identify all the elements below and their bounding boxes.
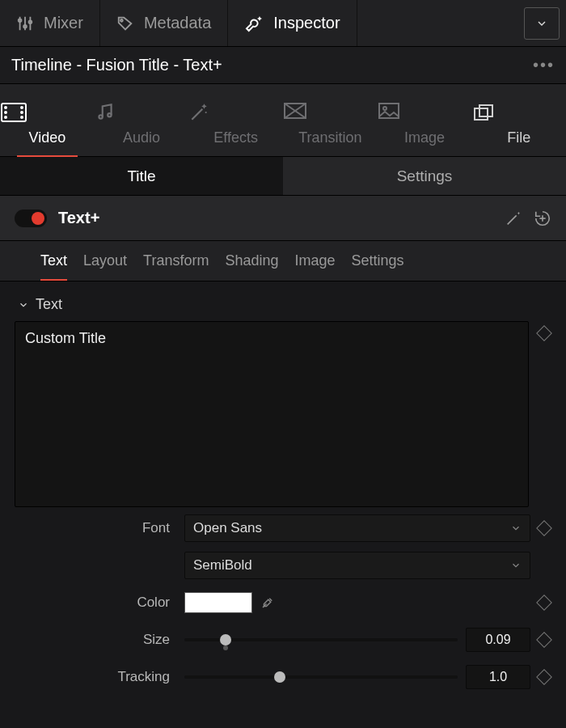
svg-rect-23 bbox=[479, 105, 492, 116]
media-tab-video[interactable]: Video bbox=[0, 102, 95, 156]
topbar-dropdown-button[interactable] bbox=[524, 7, 560, 40]
prop-tab-shading[interactable]: Shading bbox=[225, 252, 278, 281]
media-tab-audio-label: Audio bbox=[123, 129, 160, 146]
eyedropper-icon[interactable] bbox=[260, 595, 275, 610]
svg-point-9 bbox=[5, 112, 6, 113]
keyframe-text[interactable] bbox=[536, 325, 552, 341]
magic-wand-icon[interactable] bbox=[505, 210, 522, 227]
media-tab-file[interactable]: File bbox=[471, 102, 566, 156]
more-options-button[interactable]: ••• bbox=[533, 56, 555, 74]
media-tab-effects[interactable]: Effects bbox=[188, 102, 283, 156]
chevron-down-icon bbox=[18, 299, 29, 311]
subtab-settings[interactable]: Settings bbox=[283, 157, 566, 195]
effect-name: Text+ bbox=[58, 209, 99, 227]
tracking-value-input[interactable] bbox=[466, 665, 530, 689]
prop-tab-image[interactable]: Image bbox=[294, 252, 335, 281]
keyframe-color[interactable] bbox=[536, 595, 552, 611]
mixer-tab[interactable]: Mixer bbox=[0, 0, 100, 46]
inspector-tab[interactable]: Inspector bbox=[228, 0, 357, 46]
wrench-sparkle-icon bbox=[244, 14, 264, 33]
svg-point-16 bbox=[205, 112, 207, 113]
effects-icon bbox=[188, 102, 283, 123]
tracking-slider[interactable] bbox=[184, 675, 458, 679]
svg-point-8 bbox=[5, 107, 6, 108]
size-slider[interactable] bbox=[184, 638, 458, 641]
text-section-header[interactable]: Text bbox=[15, 291, 551, 321]
tracking-label: Tracking bbox=[15, 669, 184, 685]
media-tab-effects-label: Effects bbox=[213, 129, 258, 146]
transition-icon bbox=[283, 102, 378, 123]
keyframe-font[interactable] bbox=[536, 520, 552, 536]
size-label: Size bbox=[15, 632, 184, 648]
svg-point-6 bbox=[120, 19, 123, 21]
keyframe-size[interactable] bbox=[536, 632, 552, 648]
effect-enable-toggle[interactable] bbox=[15, 210, 47, 227]
text-content-input[interactable] bbox=[15, 321, 529, 507]
chevron-down-icon bbox=[510, 560, 522, 571]
keyframe-tracking[interactable] bbox=[536, 669, 552, 685]
svg-point-21 bbox=[383, 107, 386, 110]
video-icon bbox=[0, 102, 95, 123]
metadata-tab[interactable]: Metadata bbox=[100, 0, 228, 46]
prop-tab-layout[interactable]: Layout bbox=[83, 252, 127, 281]
font-weight-dropdown[interactable]: SemiBold bbox=[184, 552, 530, 579]
inspector-label: Inspector bbox=[273, 14, 340, 32]
mixer-icon bbox=[16, 15, 34, 32]
prop-tab-settings[interactable]: Settings bbox=[352, 252, 404, 281]
svg-point-10 bbox=[5, 116, 6, 118]
svg-point-11 bbox=[21, 107, 23, 108]
mixer-label: Mixer bbox=[44, 14, 83, 32]
reset-icon[interactable] bbox=[534, 210, 551, 227]
media-tab-audio[interactable]: Audio bbox=[95, 102, 189, 156]
svg-point-15 bbox=[108, 113, 111, 116]
clip-title: Timeline - Fusion Title - Text+ bbox=[11, 56, 222, 74]
subtab-title[interactable]: Title bbox=[0, 157, 283, 195]
media-tab-transition[interactable]: Transition bbox=[283, 102, 378, 156]
font-label: Font bbox=[15, 520, 184, 536]
media-tab-transition-label: Transition bbox=[298, 129, 361, 146]
color-swatch[interactable] bbox=[184, 592, 252, 613]
prop-tab-text[interactable]: Text bbox=[40, 252, 67, 281]
image-icon bbox=[378, 102, 472, 123]
font-family-dropdown[interactable]: Open Sans bbox=[184, 514, 530, 542]
chevron-down-icon bbox=[535, 17, 548, 30]
svg-point-14 bbox=[99, 115, 102, 118]
file-icon bbox=[471, 102, 566, 123]
audio-icon bbox=[95, 102, 189, 123]
size-value-input[interactable] bbox=[466, 628, 530, 652]
metadata-label: Metadata bbox=[144, 14, 211, 32]
svg-rect-22 bbox=[475, 108, 488, 120]
svg-point-12 bbox=[21, 112, 23, 113]
media-tab-file-label: File bbox=[507, 129, 530, 146]
media-tab-image[interactable]: Image bbox=[378, 102, 472, 156]
media-tab-image-label: Image bbox=[404, 129, 445, 146]
tag-icon bbox=[116, 15, 134, 32]
prop-tab-transform[interactable]: Transform bbox=[143, 252, 209, 281]
media-tab-video-label: Video bbox=[28, 129, 65, 146]
svg-point-13 bbox=[21, 116, 23, 118]
color-label: Color bbox=[15, 595, 184, 611]
chevron-down-icon bbox=[510, 523, 522, 534]
